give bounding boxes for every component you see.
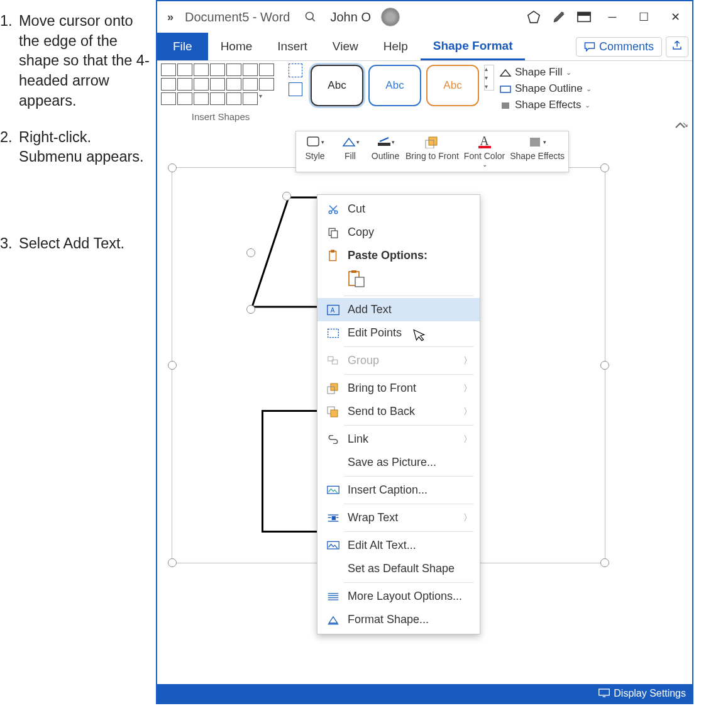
- svg-rect-6: [307, 137, 319, 146]
- tab-file[interactable]: File: [157, 33, 208, 60]
- tab-help[interactable]: Help: [371, 33, 421, 60]
- svg-rect-4: [500, 86, 510, 92]
- mini-bring-to-front-button[interactable]: Bring to Front: [405, 133, 459, 168]
- avatar[interactable]: [381, 8, 400, 26]
- svg-rect-32: [332, 516, 335, 519]
- search-icon[interactable]: [298, 4, 323, 30]
- layout-icon: [326, 590, 340, 603]
- tab-insert[interactable]: Insert: [265, 33, 320, 60]
- share-button[interactable]: [666, 36, 688, 57]
- gallery-spinner[interactable]: ▴▾▾: [484, 65, 494, 91]
- shape-handle[interactable]: [246, 248, 255, 257]
- svg-rect-7: [378, 143, 390, 146]
- shape-fill-button[interactable]: Shape Fill⌄: [499, 66, 592, 79]
- style-preset-3[interactable]: Abc: [426, 65, 479, 106]
- selection-bounds[interactable]: Cut Copy Paste Options: A: [172, 167, 605, 563]
- shape-handle[interactable]: [282, 192, 291, 201]
- insert-shapes-group: ▾ Insert Shapes: [157, 61, 283, 130]
- ctx-edit-alt-text[interactable]: Edit Alt Text...: [317, 534, 480, 557]
- ctx-paste-option[interactable]: [317, 267, 480, 294]
- mini-fill-button[interactable]: ▾ Fill: [335, 133, 365, 168]
- svg-rect-16: [329, 251, 336, 260]
- chevron-right-icon: 〉: [463, 383, 472, 394]
- copy-icon: [326, 226, 340, 239]
- svg-rect-40: [599, 689, 610, 695]
- ctx-bring-to-front[interactable]: Bring to Front 〉: [317, 377, 480, 400]
- svg-rect-17: [331, 250, 334, 252]
- text-box-icon[interactable]: [289, 82, 302, 96]
- shape-handle[interactable]: [246, 305, 255, 314]
- ctx-group: Group 〉: [317, 349, 480, 372]
- step-text: Right-click. Submenu appears.: [19, 128, 152, 167]
- ctx-save-as-picture[interactable]: Save as Picture...: [317, 451, 480, 474]
- comments-label: Comments: [599, 40, 654, 53]
- wrap-text-icon: [326, 512, 340, 524]
- ctx-wrap-text[interactable]: Wrap Text 〉: [317, 506, 480, 529]
- ctx-insert-caption[interactable]: Insert Caption...: [317, 478, 480, 502]
- style-preset-1[interactable]: Abc: [311, 65, 363, 106]
- word-window: » Document5 - Word John O ─ ☐: [156, 0, 693, 704]
- ctx-add-text[interactable]: A Add Text: [317, 298, 480, 321]
- resize-handle[interactable]: [600, 558, 609, 567]
- svg-line-1: [312, 19, 314, 21]
- premium-icon[interactable]: [521, 4, 546, 30]
- resize-handle[interactable]: [168, 558, 177, 567]
- ctx-edit-points[interactable]: Edit Points: [317, 321, 480, 345]
- titlebar: » Document5 - Word John O ─ ☐: [157, 1, 692, 33]
- mini-font-color-button[interactable]: A Font Color⌄: [464, 133, 505, 168]
- ctx-send-to-back[interactable]: Send to Back 〉: [317, 400, 480, 423]
- shape-effects-button[interactable]: Shape Effects⌄: [499, 99, 592, 111]
- ctx-format-shape[interactable]: Format Shape...: [317, 608, 480, 631]
- cut-icon: [326, 203, 340, 216]
- ctx-link[interactable]: Link 〉: [317, 428, 480, 451]
- collapse-ribbon-icon[interactable]: [675, 121, 686, 131]
- mini-style-button[interactable]: ▾ Style: [300, 133, 330, 168]
- insert-shapes-label: Insert Shapes: [161, 105, 280, 122]
- ribbon-tabs: File Home Insert View Help Shape Format …: [157, 33, 692, 61]
- svg-rect-5: [502, 102, 509, 109]
- shape-outline-button[interactable]: Shape Outline⌄: [499, 82, 592, 95]
- svg-rect-3: [578, 13, 590, 16]
- svg-rect-15: [331, 231, 338, 238]
- tab-shape-format[interactable]: Shape Format: [421, 33, 526, 60]
- tab-home[interactable]: Home: [208, 33, 265, 60]
- ctx-copy[interactable]: Copy: [317, 221, 480, 244]
- ctx-more-layout-options[interactable]: More Layout Options...: [317, 585, 480, 608]
- comments-button[interactable]: Comments: [576, 37, 662, 57]
- tab-view[interactable]: View: [320, 33, 371, 60]
- resize-handle[interactable]: [168, 163, 177, 172]
- svg-rect-28: [331, 410, 338, 417]
- ctx-paste-options-header: Paste Options:: [317, 244, 480, 267]
- style-preset-2[interactable]: Abc: [368, 65, 421, 106]
- resize-handle[interactable]: [600, 163, 609, 172]
- document-title: Document5 - Word: [180, 10, 295, 25]
- svg-rect-19: [351, 270, 356, 273]
- close-button[interactable]: ✕: [659, 4, 691, 30]
- ctx-set-default-shape[interactable]: Set as Default Shape: [317, 557, 480, 580]
- chevron-right-icon: 〉: [463, 512, 472, 524]
- send-to-back-icon: [326, 406, 340, 418]
- resize-handle[interactable]: [168, 361, 177, 370]
- step-text: Select Add Text.: [19, 234, 152, 254]
- maximize-button[interactable]: ☐: [628, 4, 659, 30]
- insert-caption-icon: [326, 484, 340, 497]
- resize-handle[interactable]: [600, 361, 609, 370]
- pen-icon[interactable]: [546, 4, 571, 30]
- ctx-cut[interactable]: Cut: [317, 197, 480, 221]
- mini-shape-effects-button[interactable]: ▾ Shape Effects: [510, 133, 565, 168]
- overflow-toggle-icon[interactable]: »: [163, 11, 177, 24]
- paste-icon: [326, 250, 340, 262]
- mini-outline-button[interactable]: ▾ Outline: [370, 133, 400, 168]
- minimize-button[interactable]: ─: [597, 4, 628, 30]
- edit-points-icon: [326, 327, 340, 340]
- display-settings-icon[interactable]: [598, 688, 610, 699]
- ribbon-display-icon[interactable]: [571, 4, 597, 30]
- display-settings-label[interactable]: Display Settings: [614, 688, 686, 699]
- svg-rect-20: [355, 277, 364, 287]
- shapes-gallery[interactable]: ▾: [161, 64, 280, 105]
- chevron-right-icon: 〉: [463, 406, 472, 417]
- step-number: 2.: [0, 128, 19, 167]
- document-canvas[interactable]: Cut Copy Paste Options: A: [162, 167, 687, 680]
- edit-shape-icon[interactable]: [289, 64, 302, 77]
- mini-toolbar: ▾ Style ▾ Fill ▾ Outline Bring to Front …: [295, 131, 569, 172]
